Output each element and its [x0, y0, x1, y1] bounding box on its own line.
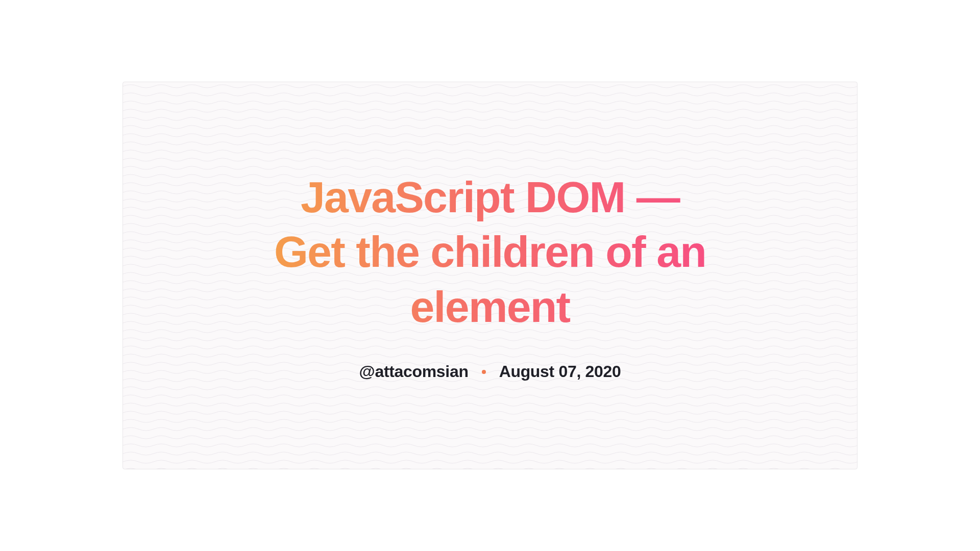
- publish-date: August 07, 2020: [499, 362, 621, 381]
- separator-dot-icon: [482, 370, 486, 374]
- article-title: JavaScript DOM — Get the children of an …: [260, 170, 720, 335]
- card-content: JavaScript DOM — Get the children of an …: [260, 170, 720, 382]
- author-handle: @attacomsian: [359, 362, 469, 381]
- article-meta: @attacomsian August 07, 2020: [260, 362, 720, 381]
- title-card: JavaScript DOM — Get the children of an …: [122, 82, 857, 469]
